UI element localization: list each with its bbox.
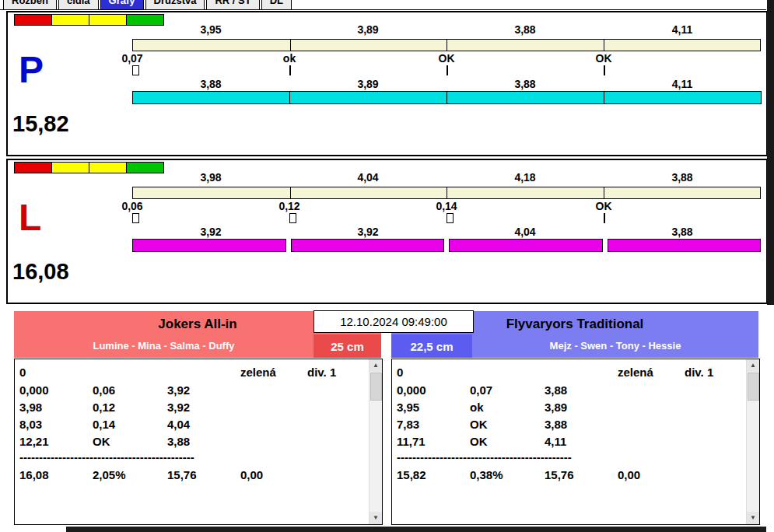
cell: 12,21 [19, 435, 49, 448]
status-row: 0,07 ok OK OK [132, 52, 761, 64]
separator-line: ----------------------------------------… [397, 450, 572, 464]
cell: 0,000 [397, 383, 426, 397]
cell: 3,88 [167, 435, 190, 448]
tab-cidla[interactable]: čidla [58, 0, 99, 9]
marker-icon [447, 65, 448, 75]
scrollbar-thumb[interactable] [370, 373, 382, 401]
scrollbar[interactable]: ▲ ▼ [746, 359, 759, 524]
status-label: ok [283, 52, 296, 65]
bar-separator [604, 187, 604, 198]
status-label: 0,06 [121, 200, 142, 212]
cell: 16,08 [19, 468, 49, 481]
table-row: 0 zelená div. 1 [15, 366, 368, 381]
timeline-bar [132, 187, 761, 199]
bar-separator [604, 40, 604, 51]
status-light-red [14, 162, 52, 173]
cell: 0,12 [93, 401, 115, 414]
lane-color-bar [132, 91, 761, 104]
table-row: 0 zelená div. 1 [392, 366, 745, 381]
table-row: 7,83 OK 3,88 [392, 418, 745, 433]
cell: 7,83 [397, 418, 419, 431]
lane-total-time: 16,08 [12, 259, 69, 285]
tab-rozbeh[interactable]: Rozběh [3, 0, 57, 9]
table-row: 3,95 ok 3,89 [392, 401, 745, 416]
team-results-right: 0 zelená div. 1 0,000 0,07 3,88 3,95 ok … [391, 359, 760, 525]
cell: 0,00 [618, 468, 640, 481]
bar-segment [132, 91, 290, 104]
table-row: 11,71 OK 4,11 [392, 435, 745, 450]
cell: 3,89 [545, 401, 567, 414]
lane-letter: L [19, 199, 41, 236]
table-separator-row: ----------------------------------------… [392, 450, 745, 466]
tab-rr-st[interactable]: RR / ST [206, 0, 259, 9]
lane-panel-p: P 15,82 3,95 3,89 3,88 4,11 0,07 ok OK O… [6, 11, 768, 156]
cell: 0,00 [240, 468, 263, 481]
cell: 0,000 [19, 383, 49, 397]
tab-grafy[interactable]: Grafy [100, 0, 144, 9]
scroll-down-icon[interactable]: ▼ [747, 512, 759, 524]
scroll-up-icon[interactable]: ▲ [747, 359, 759, 372]
cell: 4,11 [545, 435, 566, 448]
tab-dl[interactable]: DL [261, 0, 292, 9]
split-value: 3,88 [200, 78, 221, 90]
lane-color-bar [132, 239, 761, 252]
splits-top-row: 3,98 4,04 4,18 3,88 [132, 171, 761, 184]
cell: 3,92 [167, 383, 190, 397]
tab-strip-divider [0, 9, 766, 10]
bar-separator [290, 187, 291, 198]
jump-height: 22,5 cm [410, 340, 453, 353]
split-value: 3,89 [357, 23, 378, 36]
marker-icon [604, 65, 605, 75]
lane-panel-l: L 16,08 3,98 4,04 4,18 3,88 0,06 0,12 0,… [6, 159, 768, 304]
split-value: 3,88 [514, 78, 535, 90]
cell: 3,88 [545, 383, 567, 397]
cell: 0 [19, 366, 26, 379]
splits-bottom-row: 3,92 3,92 4,04 3,88 [132, 226, 761, 238]
split-value: 3,92 [357, 226, 378, 238]
scrollbar[interactable]: ▲ ▼ [369, 359, 382, 524]
splits-top-row: 3,95 3,89 3,88 4,11 [132, 23, 761, 36]
cell: zelená [618, 366, 653, 379]
marker-icon [604, 213, 605, 223]
lane-chart: 3,95 3,89 3,88 4,11 0,07 ok OK OK 3,88 3… [132, 12, 761, 155]
timeline-bar [132, 39, 761, 51]
marker-row [132, 213, 761, 223]
tab-strip-inner: Rozběh čidla Grafy Družstva RR / ST DL [3, 0, 292, 9]
window-right-edge [767, 0, 774, 305]
cell: 3,98 [19, 401, 42, 414]
cell: 15,76 [545, 468, 574, 481]
split-value: 3,88 [514, 23, 535, 36]
bar-segment [447, 91, 604, 104]
status-light-yellow-1 [51, 162, 89, 173]
table-total-row: 16,08 2,05% 15,76 0,00 [15, 468, 368, 484]
bar-separator [290, 40, 291, 51]
marker-icon [289, 65, 291, 75]
cell: 2,05% [93, 468, 126, 481]
lane-letter: P [19, 51, 44, 89]
cell: OK [470, 418, 488, 431]
status-label: 0,07 [121, 52, 142, 65]
tab-druzstva[interactable]: Družstva [145, 0, 205, 9]
team-dogs: Mejz - Swen - Tony - Hessie [472, 336, 758, 356]
split-value: 4,18 [514, 171, 535, 184]
split-value: 3,92 [200, 226, 221, 238]
scroll-down-icon[interactable]: ▼ [369, 512, 382, 524]
cell: ok [470, 401, 484, 414]
table-row: 3,98 0,12 3,92 [15, 401, 368, 416]
bar-segment [289, 91, 447, 104]
jump-height-strip: 22,5 cm [391, 334, 472, 358]
split-value: 3,89 [357, 78, 378, 90]
cell: 0,06 [93, 383, 115, 397]
bar-segment [608, 239, 762, 252]
marker-icon [447, 213, 454, 223]
split-value: 3,98 [200, 171, 221, 184]
split-value: 4,04 [357, 171, 378, 184]
cell: 15,82 [397, 468, 426, 481]
split-value: 3,88 [671, 226, 692, 238]
table-row: 12,21 OK 3,88 [15, 435, 368, 450]
cell: 0,14 [93, 418, 115, 431]
cell: 8,03 [19, 418, 42, 431]
bar-segment [604, 91, 762, 104]
scrollbar-thumb[interactable] [748, 373, 759, 401]
scroll-up-icon[interactable]: ▲ [369, 359, 382, 372]
